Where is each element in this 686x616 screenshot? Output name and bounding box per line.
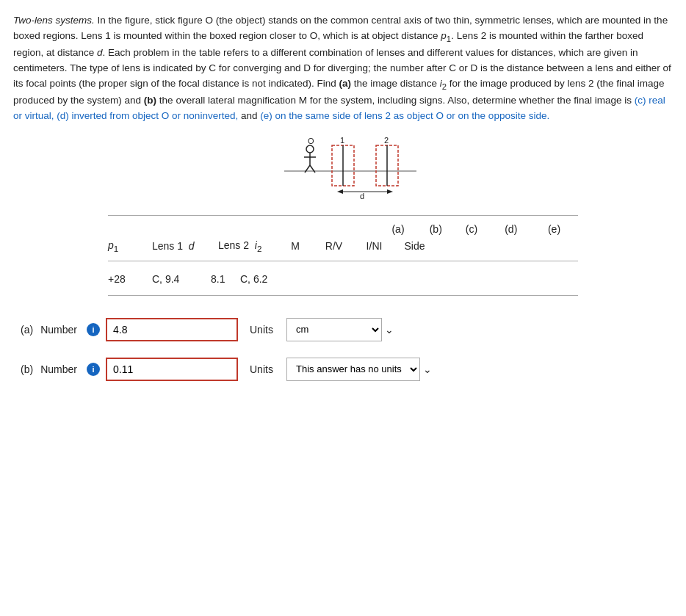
- header-p1: p1: [108, 239, 152, 253]
- label-b: (b): [419, 223, 452, 235]
- table-section: (a) (b) (c) (d) (e) p1 Lens 1 d Lens 2 i…: [108, 215, 578, 296]
- label-e: (e): [534, 223, 574, 235]
- answer-label-a: (a) Number: [21, 324, 87, 336]
- data-p1: +28: [108, 273, 152, 285]
- answer-row-a: (a) Number i Units cm m mm km ⌄: [21, 318, 673, 341]
- header-m: M: [277, 240, 314, 252]
- data-d: 8.1: [211, 273, 240, 285]
- answer-type-b: Number: [40, 363, 77, 375]
- data-lens1: C, 9.4: [152, 273, 211, 285]
- answer-part-a: (a): [21, 324, 33, 336]
- header-lens1: Lens 1 d: [152, 240, 211, 252]
- column-headers: p1 Lens 1 d Lens 2 i2 M R/V I/NI Side: [108, 235, 578, 256]
- dropdown-arrow-b: ⌄: [423, 363, 432, 375]
- divider-bot: [108, 295, 578, 296]
- problem-text: Two-lens systems. In the figure, stick f…: [13, 13, 673, 124]
- info-icon-a[interactable]: i: [87, 323, 100, 336]
- data-lens2: C, 6.2: [240, 273, 299, 285]
- diagram-area: O 1 2 d: [13, 134, 673, 200]
- svg-marker-14: [337, 189, 343, 194]
- divider-top: [108, 215, 578, 216]
- divider-mid: [108, 261, 578, 261]
- units-label-b: Units: [250, 363, 279, 375]
- label-c: (c): [455, 223, 488, 235]
- svg-point-1: [306, 145, 314, 153]
- answer-label-b: (b) Number: [21, 363, 87, 375]
- svg-text:d: d: [360, 192, 364, 200]
- dropdown-arrow-a: ⌄: [385, 324, 394, 336]
- units-select-b[interactable]: This answer has no units cm m: [286, 358, 420, 381]
- svg-text:O: O: [308, 137, 314, 145]
- info-icon-b[interactable]: i: [87, 363, 100, 376]
- data-row: +28 C, 9.4 8.1 C, 6.2: [108, 266, 578, 291]
- svg-marker-15: [387, 189, 393, 194]
- abcde-row: (a) (b) (c) (d) (e): [108, 220, 578, 235]
- units-select-a[interactable]: cm m mm km: [286, 318, 382, 341]
- answer-input-b[interactable]: [106, 358, 238, 381]
- answers-section: (a) Number i Units cm m mm km ⌄ (b) Numb…: [13, 318, 673, 381]
- header-ini: I/NI: [354, 240, 394, 252]
- answer-input-a[interactable]: [106, 318, 238, 341]
- header-side: Side: [394, 240, 435, 252]
- svg-text:2: 2: [384, 136, 389, 145]
- header-lens2: Lens 2 i2: [218, 239, 277, 253]
- label-a: (a): [380, 223, 416, 235]
- header-rv: R/V: [314, 240, 354, 252]
- label-d: (d): [491, 223, 531, 235]
- lens-diagram: O 1 2 d: [262, 134, 424, 200]
- units-label-a: Units: [250, 324, 279, 336]
- answer-row-b: (b) Number i Units This answer has no un…: [21, 358, 673, 381]
- answer-part-b: (b): [21, 363, 33, 375]
- svg-text:1: 1: [340, 136, 344, 145]
- answer-type-a: Number: [40, 324, 77, 336]
